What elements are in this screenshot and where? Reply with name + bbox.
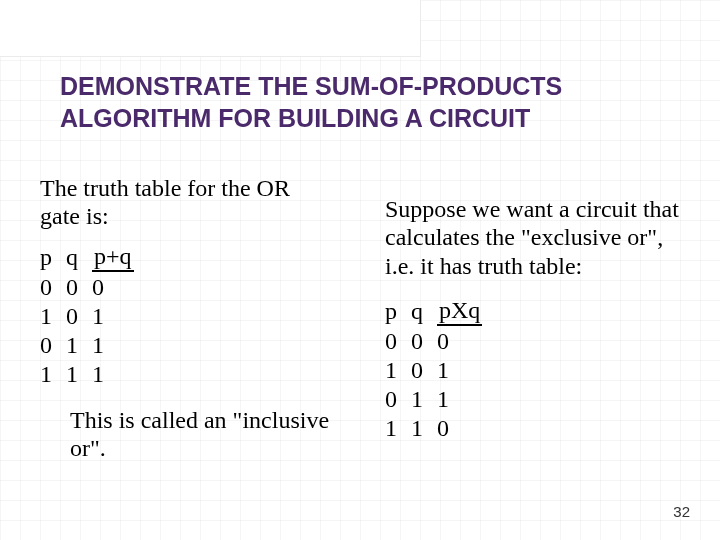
cell-q: 1 (411, 385, 437, 414)
table-row: 1 0 1 (385, 356, 496, 385)
cell-q: 1 (66, 331, 92, 360)
cell-out: 0 (437, 327, 496, 356)
xor-truth-table: p q pXq 0 0 0 1 0 1 0 1 1 (385, 296, 496, 443)
table-row: 1 0 1 (40, 302, 148, 331)
cell-p: 0 (385, 327, 411, 356)
slide-title: DEMONSTRATE THE SUM-OF-PRODUCTS ALGORITH… (60, 70, 660, 134)
cell-p: 1 (385, 356, 411, 385)
inclusive-or-note: This is called an "inclusive or". (70, 407, 335, 462)
cell-out: 0 (437, 414, 496, 443)
table-row: 0 1 1 (385, 385, 496, 414)
table-header-row: p q pXq (385, 296, 496, 327)
cell-out: 1 (92, 360, 148, 389)
cell-q: 1 (411, 414, 437, 443)
cell-out: 1 (92, 331, 148, 360)
cell-p: 1 (40, 302, 66, 331)
table-row: 0 0 0 (40, 273, 148, 302)
col-header-p: p (40, 242, 66, 273)
cell-p: 0 (40, 273, 66, 302)
top-strip (0, 0, 421, 57)
or-gate-intro: The truth table for the OR gate is: (40, 175, 335, 230)
table-row: 1 1 0 (385, 414, 496, 443)
xor-intro: Suppose we want a circuit that calculate… (385, 195, 680, 280)
cell-out: 1 (437, 385, 496, 414)
cell-p: 1 (385, 414, 411, 443)
cell-q: 1 (66, 360, 92, 389)
col-header-out: p+q (92, 242, 148, 273)
right-column: Suppose we want a circuit that calculate… (385, 175, 680, 520)
cell-q: 0 (411, 356, 437, 385)
col-header-out: pXq (437, 296, 496, 327)
cell-p: 0 (40, 331, 66, 360)
or-truth-table: p q p+q 0 0 0 1 0 1 0 1 1 1 1 1 (40, 242, 148, 389)
cell-q: 0 (66, 273, 92, 302)
cell-out: 1 (437, 356, 496, 385)
cell-q: 0 (66, 302, 92, 331)
left-column: The truth table for the OR gate is: p q … (40, 175, 335, 520)
cell-q: 0 (411, 327, 437, 356)
col-header-q: q (411, 296, 437, 327)
cell-out: 1 (92, 302, 148, 331)
cell-p: 0 (385, 385, 411, 414)
cell-out: 0 (92, 273, 148, 302)
page-number: 32 (673, 503, 690, 520)
table-header-row: p q p+q (40, 242, 148, 273)
table-row: 1 1 1 (40, 360, 148, 389)
table-row: 0 1 1 (40, 331, 148, 360)
table-row: 0 0 0 (385, 327, 496, 356)
col-header-q: q (66, 242, 92, 273)
col-header-p: p (385, 296, 411, 327)
cell-p: 1 (40, 360, 66, 389)
content-area: The truth table for the OR gate is: p q … (40, 175, 680, 520)
